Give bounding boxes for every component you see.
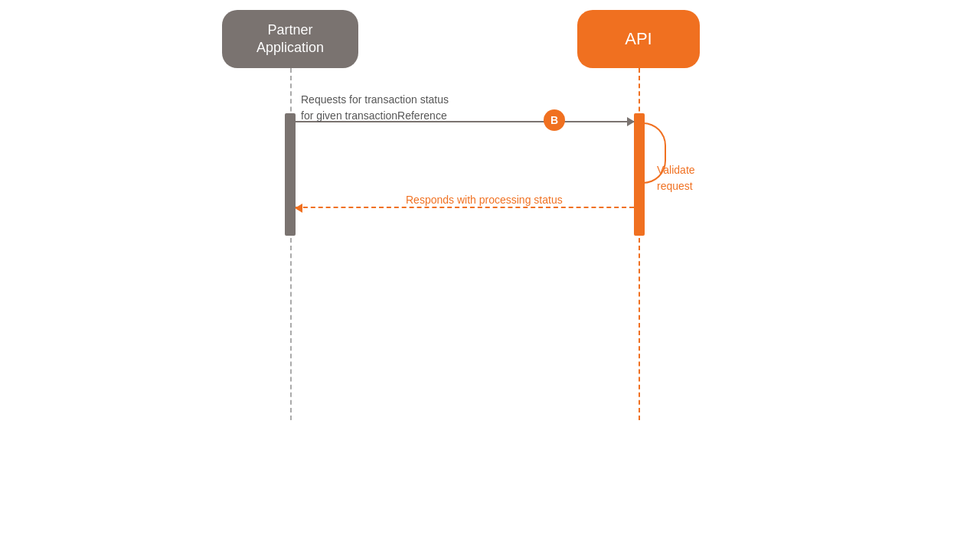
api-label: API [625,29,652,49]
request-label: Requests for transaction status for give… [301,92,449,124]
sequence-diagram: Partner Application API Requests for tra… [0,0,980,551]
partner-application-label: Partner Application [256,21,324,57]
response-label: Responds with processing status [406,194,563,206]
partner-application-box: Partner Application [222,10,358,68]
validate-label: Validate request [657,162,695,194]
badge-b: B [544,109,565,131]
activation-bar-partner [285,113,296,236]
response-arrow [296,207,634,208]
api-box: API [577,10,700,68]
